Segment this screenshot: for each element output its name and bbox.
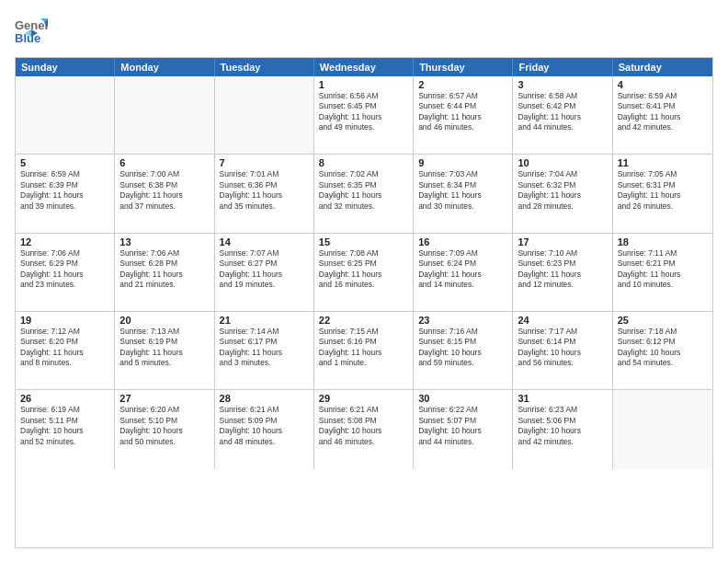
calendar-cell: 19Sunrise: 7:12 AM Sunset: 6:20 PM Dayli…	[16, 312, 115, 389]
svg-marker-6	[25, 29, 31, 37]
cell-date: 16	[418, 236, 507, 247]
cell-info: Sunrise: 7:16 AM Sunset: 6:15 PM Dayligh…	[418, 327, 507, 369]
calendar-cell: 11Sunrise: 7:05 AM Sunset: 6:31 PM Dayli…	[613, 155, 712, 232]
cell-info: Sunrise: 6:20 AM Sunset: 5:10 PM Dayligh…	[119, 405, 209, 447]
calendar-cell	[215, 76, 314, 154]
day-header-wednesday: Wednesday	[314, 58, 414, 76]
cell-info: Sunrise: 7:17 AM Sunset: 6:14 PM Dayligh…	[518, 327, 607, 369]
cell-date: 29	[319, 393, 408, 404]
cell-date: 3	[518, 79, 607, 90]
cell-info: Sunrise: 7:15 AM Sunset: 6:16 PM Dayligh…	[319, 327, 408, 369]
cell-date: 6	[119, 157, 209, 168]
calendar-cell: 27Sunrise: 6:20 AM Sunset: 5:10 PM Dayli…	[115, 390, 214, 468]
calendar-grid: 1Sunrise: 6:56 AM Sunset: 6:45 PM Daylig…	[16, 76, 712, 547]
cell-info: Sunrise: 7:08 AM Sunset: 6:25 PM Dayligh…	[319, 248, 408, 291]
cell-date: 1	[319, 79, 408, 90]
cell-date: 22	[319, 315, 408, 326]
cell-info: Sunrise: 6:23 AM Sunset: 5:06 PM Dayligh…	[518, 405, 607, 447]
calendar-row: 12Sunrise: 7:06 AM Sunset: 6:29 PM Dayli…	[16, 234, 712, 312]
calendar-cell: 24Sunrise: 7:17 AM Sunset: 6:14 PM Dayli…	[513, 312, 612, 389]
cell-date: 20	[119, 315, 209, 326]
calendar-cell: 13Sunrise: 7:06 AM Sunset: 6:28 PM Dayli…	[115, 234, 214, 311]
cell-info: Sunrise: 7:03 AM Sunset: 6:34 PM Dayligh…	[418, 169, 507, 212]
calendar-cell: 16Sunrise: 7:09 AM Sunset: 6:24 PM Dayli…	[414, 234, 513, 311]
calendar-cell: 28Sunrise: 6:21 AM Sunset: 5:09 PM Dayli…	[215, 390, 314, 468]
calendar-cell: 31Sunrise: 6:23 AM Sunset: 5:06 PM Dayli…	[513, 390, 612, 468]
header: General Blue	[15, 15, 713, 48]
cell-date: 24	[518, 315, 607, 326]
cell-info: Sunrise: 6:19 AM Sunset: 5:11 PM Dayligh…	[20, 405, 109, 447]
calendar-cell: 15Sunrise: 7:08 AM Sunset: 6:25 PM Dayli…	[314, 234, 414, 311]
cell-info: Sunrise: 7:09 AM Sunset: 6:24 PM Dayligh…	[418, 248, 507, 291]
logo-bird-icon	[25, 28, 38, 40]
calendar-cell: 18Sunrise: 7:11 AM Sunset: 6:21 PM Dayli…	[613, 234, 712, 311]
cell-date: 7	[220, 157, 309, 168]
cell-date: 5	[20, 157, 109, 168]
calendar-cell: 5Sunrise: 6:59 AM Sunset: 6:39 PM Daylig…	[16, 155, 115, 232]
calendar-row: 5Sunrise: 6:59 AM Sunset: 6:39 PM Daylig…	[16, 155, 712, 233]
calendar-cell: 10Sunrise: 7:04 AM Sunset: 6:32 PM Dayli…	[513, 155, 612, 232]
calendar-cell: 30Sunrise: 6:22 AM Sunset: 5:07 PM Dayli…	[414, 390, 513, 468]
calendar-cell: 3Sunrise: 6:58 AM Sunset: 6:42 PM Daylig…	[513, 76, 612, 154]
cell-date: 26	[20, 393, 109, 404]
cell-info: Sunrise: 6:56 AM Sunset: 6:45 PM Dayligh…	[319, 91, 408, 133]
cell-info: Sunrise: 7:05 AM Sunset: 6:31 PM Dayligh…	[618, 169, 708, 212]
day-header-friday: Friday	[513, 58, 612, 76]
cell-info: Sunrise: 7:00 AM Sunset: 6:38 PM Dayligh…	[119, 169, 209, 212]
cell-date: 28	[220, 393, 309, 404]
cell-date: 10	[518, 157, 607, 168]
calendar-cell: 20Sunrise: 7:13 AM Sunset: 6:19 PM Dayli…	[115, 312, 214, 389]
cell-date: 25	[618, 315, 708, 326]
cell-date: 27	[119, 393, 209, 404]
cell-info: Sunrise: 7:13 AM Sunset: 6:19 PM Dayligh…	[119, 327, 209, 369]
cell-info: Sunrise: 6:59 AM Sunset: 6:39 PM Dayligh…	[20, 169, 109, 212]
cell-date: 19	[20, 315, 109, 326]
cell-date: 31	[518, 393, 607, 404]
cell-info: Sunrise: 7:18 AM Sunset: 6:12 PM Dayligh…	[618, 327, 708, 369]
calendar-cell: 25Sunrise: 7:18 AM Sunset: 6:12 PM Dayli…	[613, 312, 712, 389]
cell-info: Sunrise: 7:01 AM Sunset: 6:36 PM Dayligh…	[220, 169, 309, 212]
cell-info: Sunrise: 7:04 AM Sunset: 6:32 PM Dayligh…	[518, 169, 607, 212]
cell-date: 30	[418, 393, 507, 404]
cell-date: 18	[618, 236, 708, 247]
calendar-cell	[16, 76, 115, 154]
svg-marker-5	[31, 29, 38, 37]
cell-info: Sunrise: 7:07 AM Sunset: 6:27 PM Dayligh…	[220, 248, 309, 291]
calendar-row: 1Sunrise: 6:56 AM Sunset: 6:45 PM Daylig…	[16, 76, 712, 155]
day-header-saturday: Saturday	[613, 58, 712, 76]
calendar-cell: 17Sunrise: 7:10 AM Sunset: 6:23 PM Dayli…	[513, 234, 612, 311]
cell-date: 21	[220, 315, 309, 326]
calendar-row: 19Sunrise: 7:12 AM Sunset: 6:20 PM Dayli…	[16, 312, 712, 390]
calendar-cell	[115, 76, 214, 154]
calendar-cell: 9Sunrise: 7:03 AM Sunset: 6:34 PM Daylig…	[414, 155, 513, 232]
logo: General Blue	[15, 15, 39, 48]
day-header-tuesday: Tuesday	[215, 58, 314, 76]
cell-date: 14	[220, 236, 309, 247]
calendar-cell: 8Sunrise: 7:02 AM Sunset: 6:35 PM Daylig…	[314, 155, 414, 232]
calendar-cell: 7Sunrise: 7:01 AM Sunset: 6:36 PM Daylig…	[215, 155, 314, 232]
cell-date: 15	[319, 236, 408, 247]
cell-info: Sunrise: 7:11 AM Sunset: 6:21 PM Dayligh…	[618, 248, 708, 291]
day-header-monday: Monday	[115, 58, 214, 76]
cell-date: 2	[418, 79, 507, 90]
calendar-cell: 1Sunrise: 6:56 AM Sunset: 6:45 PM Daylig…	[314, 76, 414, 154]
cell-info: Sunrise: 6:22 AM Sunset: 5:07 PM Dayligh…	[418, 405, 507, 447]
calendar-cell	[613, 390, 712, 468]
calendar-cell: 22Sunrise: 7:15 AM Sunset: 6:16 PM Dayli…	[314, 312, 414, 389]
calendar-cell: 2Sunrise: 6:57 AM Sunset: 6:44 PM Daylig…	[414, 76, 513, 154]
cell-info: Sunrise: 7:12 AM Sunset: 6:20 PM Dayligh…	[20, 327, 109, 369]
cell-info: Sunrise: 7:10 AM Sunset: 6:23 PM Dayligh…	[518, 248, 607, 291]
cell-info: Sunrise: 6:57 AM Sunset: 6:44 PM Dayligh…	[418, 91, 507, 133]
calendar-cell: 12Sunrise: 7:06 AM Sunset: 6:29 PM Dayli…	[16, 234, 115, 311]
cell-date: 12	[20, 236, 109, 247]
day-headers: SundayMondayTuesdayWednesdayThursdayFrid…	[16, 58, 712, 76]
cell-date: 8	[319, 157, 408, 168]
day-header-sunday: Sunday	[16, 58, 115, 76]
cell-date: 17	[518, 236, 607, 247]
cell-info: Sunrise: 6:58 AM Sunset: 6:42 PM Dayligh…	[518, 91, 607, 133]
calendar: SundayMondayTuesdayWednesdayThursdayFrid…	[15, 57, 713, 548]
cell-date: 9	[418, 157, 507, 168]
cell-info: Sunrise: 7:02 AM Sunset: 6:35 PM Dayligh…	[319, 169, 408, 212]
cell-info: Sunrise: 7:06 AM Sunset: 6:29 PM Dayligh…	[20, 248, 109, 291]
calendar-row: 26Sunrise: 6:19 AM Sunset: 5:11 PM Dayli…	[16, 390, 712, 468]
